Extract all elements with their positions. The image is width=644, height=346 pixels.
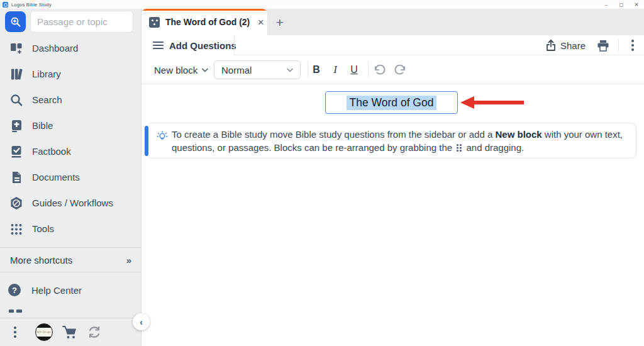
new-block-button[interactable]: New block <box>154 55 208 84</box>
sidebar-item-label: Documents <box>32 172 80 182</box>
tip-accent-bar <box>145 126 148 156</box>
sidebar-item-guides[interactable]: Guides / Workflows <box>0 190 142 216</box>
document-title-text: The Word of God <box>347 96 437 110</box>
document-canvas: The Word of God To create a Bible study … <box>142 84 644 346</box>
redo-icon <box>394 65 406 75</box>
sidebar-collapse-button[interactable]: ‹ <box>133 313 150 330</box>
tab-title: The Word of God (2) <box>165 17 250 27</box>
library-icon <box>9 67 23 81</box>
magnifier-plus-icon <box>9 16 22 28</box>
window-titlebar: Logos Bible Study – ◻ ✕ <box>0 0 644 9</box>
sidebar-item-factbook[interactable]: Factbook <box>0 138 142 164</box>
sidebar-item-documents[interactable]: Documents <box>0 164 142 190</box>
chevron-down-icon <box>202 68 208 72</box>
undo-icon <box>374 65 386 75</box>
share-label: Share <box>560 40 586 51</box>
toolbar-divider <box>618 39 619 52</box>
panel-menu-icon[interactable] <box>628 40 638 51</box>
store-cart-button[interactable] <box>62 325 78 340</box>
sidebar-item-search[interactable]: Search <box>0 87 142 113</box>
dashboard-icon <box>9 42 23 55</box>
document-title-field[interactable]: The Word of God <box>325 91 458 114</box>
bible-study-doc-icon <box>149 17 160 28</box>
underline-button[interactable]: U <box>345 55 363 84</box>
document-toolbar: Add Questions Share <box>142 35 644 55</box>
bold-button[interactable]: B <box>308 55 325 84</box>
sidebar-item-label: Factbook <box>32 146 71 157</box>
tools-icon <box>9 222 23 236</box>
tab-close-icon[interactable]: ✕ <box>257 18 264 27</box>
sidebar-item-bible[interactable]: Bible <box>0 113 142 138</box>
paragraph-style-select[interactable]: Normal <box>214 60 301 79</box>
more-shortcuts-label: More shortcuts <box>10 255 72 265</box>
close-button[interactable]: ✕ <box>629 0 644 9</box>
sidebar-footer: Bible Designs <box>0 318 142 346</box>
add-questions-label: Add Questions <box>169 40 236 51</box>
printer-icon <box>597 40 609 52</box>
new-tab-button[interactable]: + <box>271 14 289 31</box>
sidebar-item-library[interactable]: Library <box>0 61 142 87</box>
cart-icon <box>62 325 78 340</box>
toolbar-divider <box>234 35 235 55</box>
search-input[interactable] <box>30 11 133 33</box>
sidebar-item-label: Library <box>32 69 61 79</box>
toolbar-divider <box>368 62 369 78</box>
tip-callout: To create a Bible study move Bible study… <box>147 123 636 159</box>
sidebar-item-label: Search <box>32 94 62 105</box>
sidebar-item-label: Dashboard <box>32 43 78 53</box>
undo-button[interactable] <box>370 55 389 84</box>
footer-menu-icon[interactable] <box>8 326 23 338</box>
double-chevron-icon: » <box>126 255 131 265</box>
lightbulb-icon <box>157 131 168 142</box>
help-center-label: Help Center <box>31 285 82 296</box>
sidebar-item-label: Tools <box>32 223 54 234</box>
sidebar-item-label: Guides / Workflows <box>32 198 113 208</box>
tab-word-of-god[interactable]: The Word of God (2) ✕ <box>142 9 267 35</box>
red-arrow-annotation <box>459 94 525 111</box>
sidebar-item-dashboard[interactable]: Dashboard <box>0 35 142 61</box>
question-icon: ? <box>8 284 21 296</box>
paragraph-style-value: Normal <box>221 65 252 75</box>
chevron-down-icon <box>287 68 293 72</box>
share-button[interactable]: Share <box>546 40 586 51</box>
window-title: Logos Bible Study <box>11 2 52 8</box>
minimize-button[interactable]: – <box>599 0 614 9</box>
help-center[interactable]: ? Help Center <box>0 272 142 308</box>
sidebar-item-tools[interactable]: Tools <box>0 216 142 242</box>
sidebar: Dashboard Library Search Bible <box>0 9 142 346</box>
search-icon <box>9 93 23 107</box>
sidebar-nav: Dashboard Library Search Bible <box>0 35 142 242</box>
guides-workflows-icon <box>9 196 23 210</box>
tip-text: To create a Bible study move Bible study… <box>172 128 628 154</box>
share-icon <box>546 40 556 51</box>
logos-search-button[interactable] <box>5 11 26 32</box>
tab-bar: The Word of God (2) ✕ + <box>142 9 644 35</box>
sidebar-item-label: Bible <box>32 120 53 131</box>
documents-icon <box>9 170 23 184</box>
app-window: Logos Bible Study – ◻ ✕ <box>0 0 644 346</box>
sync-button[interactable] <box>87 325 102 340</box>
hamburger-icon <box>153 41 164 50</box>
redo-button[interactable] <box>391 55 409 84</box>
app-logo-icon <box>3 2 8 8</box>
new-block-label: New block <box>154 65 197 75</box>
avatar-logo-text: Bible Designs <box>36 331 52 333</box>
maximize-button[interactable]: ◻ <box>614 0 629 9</box>
sync-icon <box>87 325 102 340</box>
add-questions-button[interactable]: Add Questions <box>142 35 236 55</box>
more-shortcuts[interactable]: More shortcuts » <box>0 247 142 272</box>
print-button[interactable] <box>597 40 609 52</box>
clipped-sidebar-icon <box>9 310 24 315</box>
drag-handle-icon <box>456 143 462 152</box>
factbook-icon <box>9 145 23 159</box>
format-toolbar: New block Normal B I U <box>142 55 644 84</box>
italic-button[interactable]: I <box>326 55 344 84</box>
user-avatar[interactable]: Bible Designs <box>35 323 53 341</box>
bible-icon <box>9 119 23 133</box>
